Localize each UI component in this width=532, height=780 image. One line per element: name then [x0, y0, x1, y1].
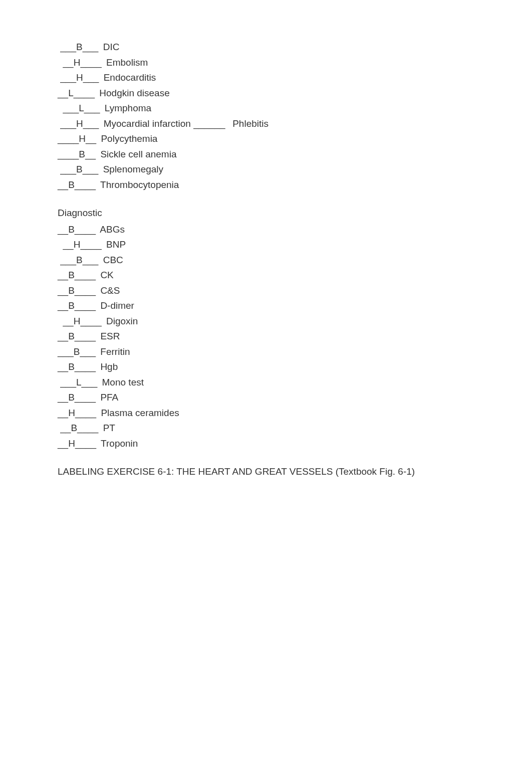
blank-suffix: ____: [75, 329, 96, 344]
answer-letter: L: [76, 375, 82, 390]
section2-row: __B____ D-dimer: [58, 299, 474, 313]
section1-row: __B____ Thrombocytopenia: [58, 178, 474, 192]
answer-letter: H: [74, 56, 81, 70]
term-label: Polycythemia: [98, 132, 157, 146]
blank-prefix: __: [58, 314, 74, 329]
section1-row: __H____ Embolism: [58, 56, 474, 70]
answer-letter: H: [76, 71, 83, 85]
answer-letter: L: [79, 101, 84, 116]
blank-suffix: ___: [84, 101, 100, 116]
answer-letter: H: [68, 406, 75, 421]
section2-row: __H____ Plasma ceramides: [58, 406, 474, 421]
term-label: Myocardial infarction: [101, 117, 191, 131]
blank-suffix: __: [85, 147, 96, 162]
section2-row: ___B___ Ferritin: [58, 345, 474, 359]
blank-prefix: __: [58, 238, 74, 252]
blank-suffix: ____: [75, 437, 96, 451]
blank-suffix: ___: [83, 162, 99, 177]
term-label: Digoxin: [104, 314, 138, 329]
answer-letter: H: [68, 437, 75, 451]
answer-letter: B: [68, 268, 75, 283]
answer-letter: H: [79, 132, 86, 146]
blank-prefix: ___: [58, 253, 76, 268]
blank-suffix: ___: [83, 71, 99, 85]
section1-row: ___H___ Endocarditis: [58, 71, 474, 85]
section1-row: ___L___ Lymphoma: [58, 101, 474, 116]
blank-prefix: __: [58, 299, 68, 313]
term-label: D-dimer: [98, 299, 134, 313]
blank-prefix: __: [58, 421, 71, 436]
term-label: DIC: [100, 40, 119, 55]
section2-row: __H____ Digoxin: [58, 314, 474, 329]
blank-prefix: __: [58, 178, 68, 192]
blank-suffix: ____: [75, 299, 96, 313]
term-label: BNP: [104, 238, 126, 252]
blank-suffix: ____: [75, 284, 96, 298]
blank-suffix: ___: [83, 40, 99, 55]
blank-prefix: __: [58, 268, 68, 283]
section2-row: __B____ C&S: [58, 284, 474, 298]
section2-row: __H____ Troponin: [58, 437, 474, 451]
answer-letter: B: [68, 284, 75, 298]
term-label: ESR: [98, 329, 120, 344]
term-label: Hodgkin disease: [97, 86, 170, 101]
term-label: Plasma ceramides: [98, 406, 179, 421]
term-label: Hgb: [98, 360, 118, 374]
term-label: Ferritin: [98, 345, 130, 359]
section1-row: __L____ Hodgkin disease: [58, 86, 474, 101]
answer-letter: B: [68, 223, 75, 237]
blank-suffix: ____: [77, 421, 98, 436]
blank-prefix: ___: [58, 375, 76, 390]
term-label: Lymphoma: [102, 101, 152, 116]
term-label: Troponin: [98, 437, 138, 451]
blank-prefix: __: [58, 284, 68, 298]
blank-suffix: ___: [80, 345, 96, 359]
term-label: Mono test: [99, 375, 144, 390]
blank-prefix: ___: [58, 162, 76, 177]
section1-row: ____B__ Sickle cell anemia: [58, 147, 474, 162]
term-label: C&S: [98, 284, 120, 298]
blank-suffix: ____: [75, 178, 96, 192]
blank-suffix: ____: [75, 391, 96, 405]
section-2: __B____ ABGs __H____ BNP ___B___ CBC__B_…: [58, 223, 474, 451]
section2-row: __B____ PT: [58, 421, 474, 436]
answer-letter: B: [76, 40, 83, 55]
term-label: ABGs: [98, 223, 125, 237]
blank-prefix: ___: [58, 117, 76, 131]
section2-row: __H____ BNP: [58, 238, 474, 252]
section2-row: __B____ CK: [58, 268, 474, 283]
blank-secondary: ______: [191, 117, 228, 131]
answer-letter: B: [68, 299, 75, 313]
answer-letter: B: [71, 421, 77, 436]
blank-prefix: ___: [58, 101, 79, 116]
section1-row: ___B___ Splenomegaly: [58, 162, 474, 177]
answer-letter: H: [76, 117, 83, 131]
blank-prefix: __: [58, 223, 68, 237]
section1-row: ___H___ Myocardial infarction ______ Phl…: [58, 117, 474, 131]
blank-prefix: __: [58, 391, 68, 405]
blank-suffix: ____: [75, 360, 96, 374]
blank-suffix: ____: [80, 314, 101, 329]
blank-suffix: ___: [83, 117, 99, 131]
document-page: ___B___ DIC __H____ Embolism ___H___ End…: [0, 0, 532, 780]
term-label: CK: [98, 268, 114, 283]
section-1: ___B___ DIC __H____ Embolism ___H___ End…: [58, 40, 474, 192]
answer-letter: H: [74, 238, 81, 252]
term-label: Thrombocytopenia: [98, 178, 179, 192]
answer-letter: B: [68, 178, 75, 192]
blank-prefix: ___: [58, 40, 76, 55]
answer-letter: B: [79, 147, 85, 162]
section2-row: ___L___ Mono test: [58, 375, 474, 390]
blank-suffix: ____: [75, 268, 96, 283]
section2-row: __B____ ESR: [58, 329, 474, 344]
blank-prefix: __: [58, 56, 74, 70]
blank-suffix: ___: [83, 253, 99, 268]
answer-letter: B: [68, 329, 75, 344]
term-label: PFA: [98, 391, 118, 405]
section1-row: ___B___ DIC: [58, 40, 474, 55]
section-2-title: Diagnostic: [58, 206, 474, 221]
blank-prefix: ____: [58, 132, 79, 146]
term-label: Endocarditis: [101, 71, 156, 85]
blank-prefix: ___: [58, 345, 74, 359]
section2-row: __B____ PFA: [58, 391, 474, 405]
